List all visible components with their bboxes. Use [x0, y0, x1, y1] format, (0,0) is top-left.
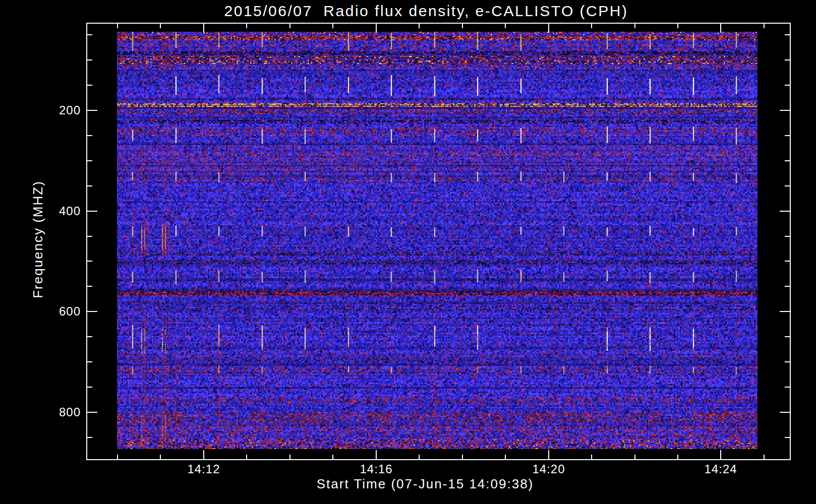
- x-axis-tick: [548, 24, 549, 33]
- y-axis-tick: [87, 311, 97, 312]
- y-axis-tick: [87, 286, 92, 287]
- y-axis-tick: [87, 85, 92, 86]
- x-axis-tick: [591, 24, 592, 28]
- y-axis-tick: [785, 361, 790, 362]
- x-axis-tick: [117, 24, 118, 28]
- x-axis-tick: [203, 450, 204, 459]
- x-axis-tick: [117, 455, 118, 459]
- y-axis-tick: [780, 110, 790, 111]
- y-axis-tick: [780, 412, 790, 413]
- x-axis-tick: [720, 450, 721, 459]
- y-axis-tick: [785, 160, 790, 161]
- x-axis-tick: [505, 455, 506, 459]
- x-tick-label: 14:20: [513, 462, 584, 476]
- x-tick-label: 14:16: [341, 462, 412, 476]
- y-axis-tick: [87, 34, 92, 35]
- y-axis-tick: [87, 361, 92, 362]
- x-axis-tick: [505, 24, 506, 28]
- y-tick-label: 200: [30, 103, 81, 117]
- x-axis-tick: [677, 455, 678, 459]
- x-axis-title: Start Time (07-Jun-15 14:09:38): [173, 476, 677, 492]
- y-axis-tick: [87, 236, 92, 237]
- y-axis-title: Frequency (MHZ): [30, 180, 46, 298]
- x-axis-tick: [764, 455, 765, 459]
- x-axis-tick: [203, 24, 204, 33]
- y-axis-tick: [87, 135, 92, 136]
- y-axis-tick: [87, 437, 92, 438]
- x-axis-tick: [419, 455, 420, 459]
- y-axis-tick: [780, 311, 790, 312]
- y-axis-tick: [785, 135, 790, 136]
- y-axis-tick: [785, 286, 790, 287]
- y-axis-tick: [87, 412, 97, 413]
- x-axis-tick: [160, 455, 161, 459]
- y-axis-tick: [785, 236, 790, 237]
- x-axis-tick: [376, 450, 377, 459]
- x-axis-tick: [634, 455, 635, 459]
- y-axis-tick: [785, 437, 790, 438]
- x-axis-tick: [677, 24, 678, 28]
- y-axis-tick: [785, 85, 790, 86]
- x-axis-tick: [289, 24, 290, 28]
- y-axis-tick: [785, 34, 790, 35]
- y-axis-tick: [87, 336, 92, 337]
- x-tick-label: 14:12: [168, 462, 239, 476]
- x-axis-tick: [332, 24, 333, 28]
- x-axis-tick: [462, 24, 463, 28]
- x-axis-tick: [462, 455, 463, 459]
- y-axis-tick: [785, 185, 790, 186]
- y-tick-label: 400: [30, 204, 81, 218]
- x-axis-tick: [160, 24, 161, 28]
- y-axis-tick: [87, 211, 97, 212]
- y-axis-tick: [87, 160, 92, 161]
- y-axis-tick: [87, 185, 92, 186]
- x-axis-tick: [289, 455, 290, 459]
- x-tick-label: 14:24: [685, 462, 756, 476]
- y-axis-tick: [87, 110, 97, 111]
- x-axis-tick: [548, 450, 549, 459]
- x-axis-tick: [634, 24, 635, 28]
- y-axis-tick: [780, 211, 790, 212]
- y-axis-tick: [87, 387, 92, 388]
- chart-title: 2015/06/07 Radio flux density, e-CALLIST…: [124, 3, 729, 20]
- y-axis-tick: [785, 261, 790, 262]
- y-axis-tick: [785, 336, 790, 337]
- x-axis-tick: [591, 455, 592, 459]
- x-axis-tick: [246, 24, 247, 28]
- y-tick-label: 600: [30, 304, 81, 319]
- x-axis-tick: [376, 24, 377, 33]
- y-axis-tick: [87, 261, 92, 262]
- plot-frame: [86, 23, 791, 460]
- y-axis-tick: [785, 387, 790, 388]
- x-axis-tick: [246, 455, 247, 459]
- x-axis-tick: [764, 24, 765, 28]
- y-axis-tick: [785, 59, 790, 60]
- spectrogram-plot: 2015/06/07 Radio flux density, e-CALLIST…: [0, 0, 816, 504]
- x-axis-tick: [332, 455, 333, 459]
- y-axis-tick: [87, 59, 92, 60]
- x-axis-tick: [720, 24, 721, 33]
- y-tick-label: 800: [30, 405, 81, 419]
- x-axis-tick: [419, 24, 420, 28]
